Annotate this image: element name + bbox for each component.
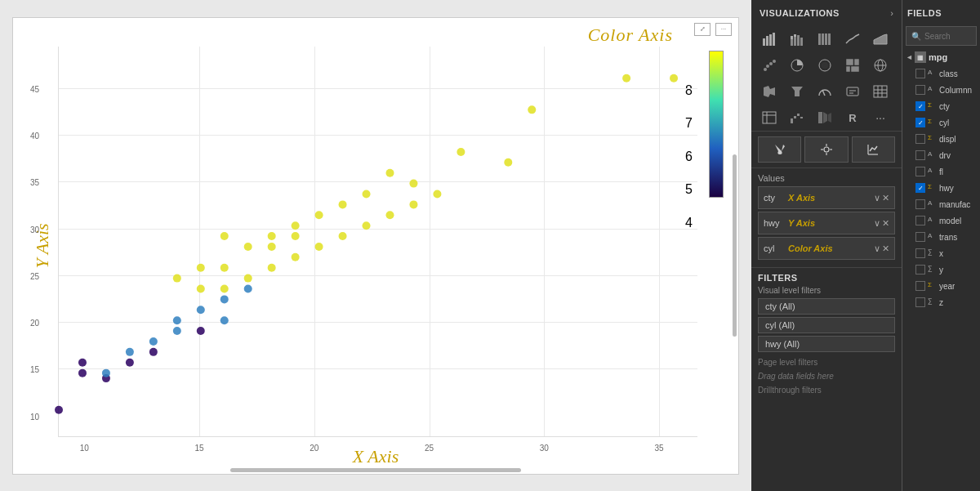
scatter-dot[interactable] xyxy=(197,263,205,271)
scatter-dot[interactable] xyxy=(504,158,512,166)
color-axis-dropdown[interactable]: ∨ xyxy=(874,243,880,254)
scroll-horizontal[interactable] xyxy=(230,468,520,472)
viz-icon-area[interactable] xyxy=(869,29,892,49)
scatter-dot[interactable] xyxy=(220,316,229,324)
field-trans[interactable]: A trans xyxy=(902,229,980,245)
field-year[interactable]: Σ year xyxy=(902,278,980,294)
scatter-dot[interactable] xyxy=(149,347,158,355)
viz-icon-gauge[interactable] xyxy=(813,82,836,101)
search-input[interactable] xyxy=(924,32,971,41)
scatter-dot[interactable] xyxy=(126,358,134,366)
scatter-dot[interactable] xyxy=(409,200,417,208)
field-cty[interactable]: ✓ Σ cty xyxy=(902,98,980,114)
field-columnn[interactable]: A Columnn xyxy=(902,82,980,98)
scatter-dot[interactable] xyxy=(220,232,229,240)
scatter-dot[interactable] xyxy=(528,105,536,114)
viz-arrow[interactable]: › xyxy=(890,8,893,18)
field-y-checkbox[interactable] xyxy=(915,265,925,275)
field-model[interactable]: A model xyxy=(902,212,980,229)
field-cyl-checkbox[interactable]: ✓ xyxy=(915,118,925,127)
viz-icon-stacked-bar[interactable] xyxy=(786,29,808,49)
field-y[interactable]: ∑ y xyxy=(902,261,980,278)
scatter-dot[interactable] xyxy=(220,263,229,271)
scatter-dot[interactable] xyxy=(220,295,229,303)
viz-icon-100-bar[interactable] xyxy=(813,29,836,49)
field-displ[interactable]: Σ displ xyxy=(902,131,980,147)
field-trans-checkbox[interactable] xyxy=(915,232,925,242)
scatter-dot[interactable] xyxy=(173,274,181,282)
scatter-dot[interactable] xyxy=(149,337,158,345)
scatter-dot[interactable] xyxy=(363,221,371,230)
field-manufac-checkbox[interactable] xyxy=(915,199,925,209)
field-z-checkbox[interactable] xyxy=(915,297,925,307)
x-axis-remove[interactable]: ✕ xyxy=(882,193,889,203)
scatter-dot[interactable] xyxy=(409,179,417,187)
scatter-dot[interactable] xyxy=(622,74,630,82)
scatter-dot[interactable] xyxy=(339,200,347,208)
color-axis-row[interactable]: cyl Color Axis ∨ ✕ xyxy=(758,237,895,260)
color-axis-remove[interactable]: ✕ xyxy=(882,243,889,254)
field-drv-checkbox[interactable] xyxy=(915,150,925,160)
scatter-dot[interactable] xyxy=(173,327,181,335)
field-class-checkbox[interactable] xyxy=(915,69,925,78)
field-cyl[interactable]: ✓ Σ cyl xyxy=(902,114,980,131)
field-fl-checkbox[interactable] xyxy=(915,167,925,176)
scatter-dot[interactable] xyxy=(268,242,276,250)
scatter-dot[interactable] xyxy=(363,190,371,198)
viz-icon-card[interactable] xyxy=(841,82,864,101)
field-columnn-checkbox[interactable] xyxy=(915,85,925,95)
filter-cty[interactable]: cty (All) xyxy=(758,298,895,315)
field-manufac[interactable]: A manufac xyxy=(902,196,980,212)
scatter-dot[interactable] xyxy=(315,211,323,219)
viz-icon-matrix[interactable] xyxy=(758,108,781,127)
viz-icon-line[interactable] xyxy=(841,29,864,49)
scatter-dot[interactable] xyxy=(268,263,276,271)
field-hwy-checkbox[interactable]: ✓ xyxy=(915,183,925,193)
viz-icon-scatter[interactable] xyxy=(758,56,781,75)
scatter-dot[interactable] xyxy=(339,232,347,240)
field-fl[interactable]: A fl xyxy=(902,163,980,180)
viz-icon-table[interactable] xyxy=(869,82,892,101)
field-displ-checkbox[interactable] xyxy=(915,134,925,144)
scatter-dot[interactable] xyxy=(244,274,252,282)
viz-icon-r[interactable]: R xyxy=(841,108,864,127)
field-cty-checkbox[interactable]: ✓ xyxy=(915,101,925,111)
analytics-button[interactable] xyxy=(852,136,895,163)
scatter-dot[interactable] xyxy=(385,211,394,219)
viz-icon-funnel[interactable] xyxy=(786,82,808,101)
scatter-dot[interactable] xyxy=(244,284,252,292)
fields-search-box[interactable]: 🔍 xyxy=(906,26,977,46)
paint-brush-button[interactable] xyxy=(758,136,801,163)
viz-icon-pie[interactable] xyxy=(786,56,808,75)
scatter-dot[interactable] xyxy=(220,284,229,292)
viz-icon-more[interactable]: ··· xyxy=(869,108,892,127)
scatter-dot[interactable] xyxy=(292,221,300,230)
scroll-vertical[interactable] xyxy=(733,154,737,337)
scatter-dot[interactable] xyxy=(102,368,110,377)
y-axis-row[interactable]: hwy Y Axis ∨ ✕ xyxy=(758,212,895,234)
more-options-button[interactable]: ··· xyxy=(715,23,732,36)
field-x[interactable]: ∑ x xyxy=(902,245,980,261)
field-group-mpg[interactable]: ◄ ▦ mpg xyxy=(902,49,980,65)
scatter-dot[interactable] xyxy=(670,74,678,82)
x-axis-row[interactable]: cty X Axis ∨ ✕ xyxy=(758,186,895,209)
filter-hwy[interactable]: hwy (All) xyxy=(758,336,895,352)
scatter-dot[interactable] xyxy=(78,358,87,366)
scatter-dot[interactable] xyxy=(173,316,181,324)
scatter-dot[interactable] xyxy=(292,252,300,261)
field-z[interactable]: ∑ z xyxy=(902,294,980,310)
viz-icon-donut[interactable] xyxy=(813,56,836,75)
field-drv[interactable]: A drv xyxy=(902,147,980,163)
x-axis-dropdown[interactable]: ∨ xyxy=(874,193,880,203)
scatter-dot[interactable] xyxy=(433,190,441,198)
filter-cyl[interactable]: cyl (All) xyxy=(758,317,895,333)
field-year-checkbox[interactable] xyxy=(915,281,925,291)
scatter-dot[interactable] xyxy=(55,405,63,413)
viz-icon-ribbon[interactable] xyxy=(813,108,836,127)
viz-icon-waterfall[interactable] xyxy=(786,108,808,127)
scatter-dot[interactable] xyxy=(244,242,252,250)
scatter-dot[interactable] xyxy=(315,242,323,250)
viz-icon-treemap[interactable] xyxy=(841,56,864,75)
expand-button[interactable]: ⤢ xyxy=(694,23,710,36)
scatter-dot[interactable] xyxy=(457,147,465,155)
